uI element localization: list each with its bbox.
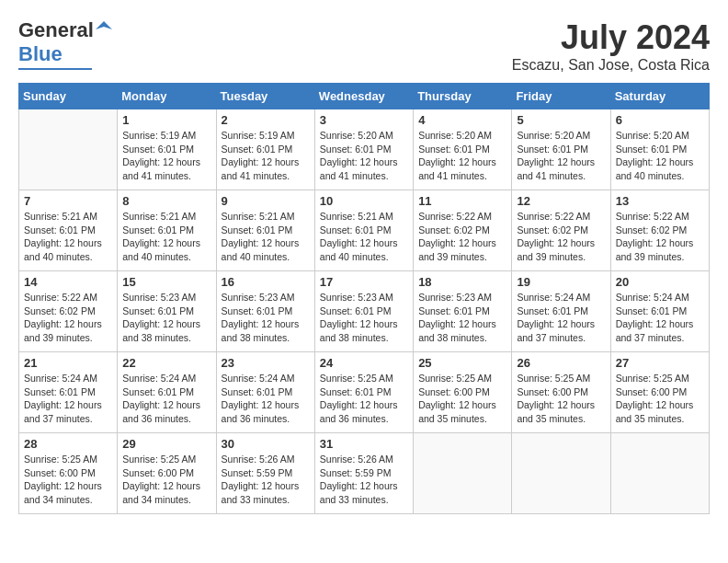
calendar-week-row: 28Sunrise: 5:25 AMSunset: 6:00 PMDayligh… — [19, 433, 710, 514]
day-number: 14 — [24, 275, 112, 289]
day-number: 16 — [222, 275, 310, 289]
calendar-day-cell: 24Sunrise: 5:25 AMSunset: 6:01 PMDayligh… — [314, 352, 413, 433]
weekday-header-cell: Friday — [512, 84, 610, 109]
calendar-day-cell: 28Sunrise: 5:25 AMSunset: 6:00 PMDayligh… — [19, 433, 118, 514]
day-info: Sunrise: 5:19 AMSunset: 6:01 PMDaylight:… — [222, 129, 310, 183]
weekday-header-cell: Tuesday — [216, 84, 314, 109]
logo: General Blue — [18, 18, 112, 70]
calendar-day-cell: 29Sunrise: 5:25 AMSunset: 6:00 PMDayligh… — [118, 433, 216, 514]
calendar-day-cell: 13Sunrise: 5:22 AMSunset: 6:02 PMDayligh… — [610, 190, 709, 271]
day-number: 4 — [418, 113, 506, 127]
calendar-day-cell: 23Sunrise: 5:24 AMSunset: 6:01 PMDayligh… — [216, 352, 314, 433]
day-info: Sunrise: 5:24 AMSunset: 6:01 PMDaylight:… — [517, 291, 605, 345]
calendar-day-cell: 3Sunrise: 5:20 AMSunset: 6:01 PMDaylight… — [314, 109, 413, 190]
calendar-day-cell: 19Sunrise: 5:24 AMSunset: 6:01 PMDayligh… — [512, 271, 610, 352]
day-info: Sunrise: 5:24 AMSunset: 6:01 PMDaylight:… — [616, 291, 704, 345]
calendar-day-cell: 22Sunrise: 5:24 AMSunset: 6:01 PMDayligh… — [118, 352, 216, 433]
day-info: Sunrise: 5:25 AMSunset: 6:00 PMDaylight:… — [616, 372, 704, 426]
day-number: 22 — [122, 356, 210, 370]
day-number: 12 — [517, 194, 605, 208]
svg-marker-0 — [96, 21, 112, 29]
calendar-day-cell: 21Sunrise: 5:24 AMSunset: 6:01 PMDayligh… — [19, 352, 118, 433]
day-info: Sunrise: 5:21 AMSunset: 6:01 PMDaylight:… — [320, 210, 408, 264]
day-number: 15 — [122, 275, 210, 289]
day-info: Sunrise: 5:23 AMSunset: 6:01 PMDaylight:… — [122, 291, 210, 345]
calendar-day-cell: 2Sunrise: 5:19 AMSunset: 6:01 PMDaylight… — [216, 109, 314, 190]
day-info: Sunrise: 5:23 AMSunset: 6:01 PMDaylight:… — [320, 291, 408, 345]
day-number: 9 — [222, 194, 310, 208]
day-number: 26 — [517, 356, 605, 370]
day-info: Sunrise: 5:20 AMSunset: 6:01 PMDaylight:… — [517, 129, 605, 183]
logo-general-text: General — [18, 18, 94, 42]
calendar-day-cell — [19, 109, 118, 190]
calendar-day-cell — [512, 433, 610, 514]
calendar-day-cell — [414, 433, 512, 514]
day-info: Sunrise: 5:25 AMSunset: 6:00 PMDaylight:… — [122, 453, 210, 507]
weekday-header-cell: Thursday — [414, 84, 512, 109]
day-info: Sunrise: 5:21 AMSunset: 6:01 PMDaylight:… — [24, 210, 112, 264]
day-number: 2 — [222, 113, 310, 127]
day-info: Sunrise: 5:21 AMSunset: 6:01 PMDaylight:… — [222, 210, 310, 264]
day-info: Sunrise: 5:19 AMSunset: 6:01 PMDaylight:… — [122, 129, 210, 183]
day-number: 24 — [320, 356, 408, 370]
calendar-week-row: 1Sunrise: 5:19 AMSunset: 6:01 PMDaylight… — [19, 109, 710, 190]
day-info: Sunrise: 5:20 AMSunset: 6:01 PMDaylight:… — [320, 129, 408, 183]
calendar-day-cell: 5Sunrise: 5:20 AMSunset: 6:01 PMDaylight… — [512, 109, 610, 190]
day-number: 13 — [616, 194, 704, 208]
day-number: 7 — [24, 194, 112, 208]
day-number: 11 — [418, 194, 506, 208]
day-number: 1 — [122, 113, 210, 127]
day-info: Sunrise: 5:22 AMSunset: 6:02 PMDaylight:… — [24, 291, 112, 345]
calendar-week-row: 7Sunrise: 5:21 AMSunset: 6:01 PMDaylight… — [19, 190, 710, 271]
day-number: 3 — [320, 113, 408, 127]
day-info: Sunrise: 5:24 AMSunset: 6:01 PMDaylight:… — [24, 372, 112, 426]
day-number: 25 — [418, 356, 506, 370]
day-number: 18 — [418, 275, 506, 289]
calendar-day-cell: 11Sunrise: 5:22 AMSunset: 6:02 PMDayligh… — [414, 190, 512, 271]
calendar-day-cell: 7Sunrise: 5:21 AMSunset: 6:01 PMDaylight… — [19, 190, 118, 271]
day-number: 28 — [24, 437, 112, 451]
day-number: 30 — [222, 437, 310, 451]
day-number: 31 — [320, 437, 408, 451]
calendar-day-cell: 31Sunrise: 5:26 AMSunset: 5:59 PMDayligh… — [314, 433, 413, 514]
day-number: 19 — [517, 275, 605, 289]
weekday-header-cell: Wednesday — [314, 84, 413, 109]
page-header: General Blue July 2024 Escazu, San Jose,… — [18, 18, 710, 74]
day-number: 6 — [616, 113, 704, 127]
day-info: Sunrise: 5:22 AMSunset: 6:02 PMDaylight:… — [517, 210, 605, 264]
day-info: Sunrise: 5:20 AMSunset: 6:01 PMDaylight:… — [616, 129, 704, 183]
day-number: 17 — [320, 275, 408, 289]
day-number: 27 — [616, 356, 704, 370]
calendar-body: 1Sunrise: 5:19 AMSunset: 6:01 PMDaylight… — [19, 109, 710, 514]
day-number: 20 — [616, 275, 704, 289]
weekday-header-cell: Saturday — [610, 84, 709, 109]
day-number: 8 — [122, 194, 210, 208]
day-info: Sunrise: 5:25 AMSunset: 6:00 PMDaylight:… — [418, 372, 506, 426]
calendar-day-cell: 15Sunrise: 5:23 AMSunset: 6:01 PMDayligh… — [118, 271, 216, 352]
day-info: Sunrise: 5:24 AMSunset: 6:01 PMDaylight:… — [222, 372, 310, 426]
weekday-header-cell: Monday — [118, 84, 216, 109]
day-info: Sunrise: 5:23 AMSunset: 6:01 PMDaylight:… — [222, 291, 310, 345]
month-year-title: July 2024 — [512, 18, 710, 57]
calendar-day-cell: 27Sunrise: 5:25 AMSunset: 6:00 PMDayligh… — [610, 352, 709, 433]
calendar-day-cell: 6Sunrise: 5:20 AMSunset: 6:01 PMDaylight… — [610, 109, 709, 190]
day-info: Sunrise: 5:20 AMSunset: 6:01 PMDaylight:… — [418, 129, 506, 183]
day-info: Sunrise: 5:25 AMSunset: 6:01 PMDaylight:… — [320, 372, 408, 426]
calendar-table: SundayMondayTuesdayWednesdayThursdayFrid… — [18, 83, 710, 514]
day-number: 10 — [320, 194, 408, 208]
calendar-day-cell — [610, 433, 709, 514]
day-info: Sunrise: 5:21 AMSunset: 6:01 PMDaylight:… — [122, 210, 210, 264]
calendar-day-cell: 4Sunrise: 5:20 AMSunset: 6:01 PMDaylight… — [414, 109, 512, 190]
calendar-day-cell: 20Sunrise: 5:24 AMSunset: 6:01 PMDayligh… — [610, 271, 709, 352]
day-number: 29 — [122, 437, 210, 451]
calendar-day-cell: 17Sunrise: 5:23 AMSunset: 6:01 PMDayligh… — [314, 271, 413, 352]
calendar-day-cell: 25Sunrise: 5:25 AMSunset: 6:00 PMDayligh… — [414, 352, 512, 433]
calendar-day-cell: 8Sunrise: 5:21 AMSunset: 6:01 PMDaylight… — [118, 190, 216, 271]
calendar-week-row: 14Sunrise: 5:22 AMSunset: 6:02 PMDayligh… — [19, 271, 710, 352]
calendar-day-cell: 30Sunrise: 5:26 AMSunset: 5:59 PMDayligh… — [216, 433, 314, 514]
calendar-day-cell: 26Sunrise: 5:25 AMSunset: 6:00 PMDayligh… — [512, 352, 610, 433]
title-block: July 2024 Escazu, San Jose, Costa Rica — [512, 18, 710, 74]
day-info: Sunrise: 5:22 AMSunset: 6:02 PMDaylight:… — [616, 210, 704, 264]
day-info: Sunrise: 5:24 AMSunset: 6:01 PMDaylight:… — [122, 372, 210, 426]
location-subtitle: Escazu, San Jose, Costa Rica — [512, 57, 710, 74]
